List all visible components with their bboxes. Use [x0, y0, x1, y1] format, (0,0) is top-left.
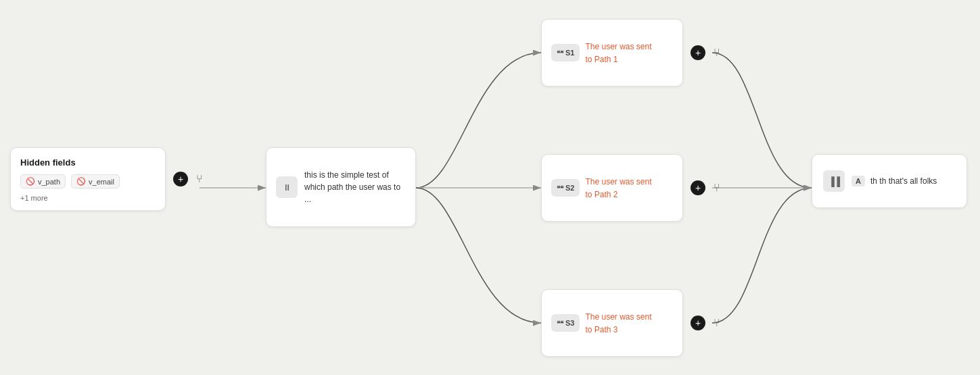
- path3-add-button[interactable]: +: [691, 316, 705, 330]
- path1-badge-label: S1: [565, 49, 574, 57]
- path3-text: The user was sent to Path 3: [585, 310, 651, 336]
- condition-text: this is the simple test of which path th…: [304, 169, 406, 205]
- path3-badge: ❝❝ S3: [551, 314, 580, 332]
- field-badge-vpath: 🚫 v_path: [20, 174, 66, 189]
- path2-text: The user was sent to Path 2: [585, 175, 651, 201]
- path3-badge-label: S3: [565, 319, 574, 327]
- field-vpath-label: v_path: [38, 178, 60, 186]
- path3-quote-icon: ❝❝: [557, 320, 563, 327]
- hidden-fields-node: Hidden fields 🚫 v_path 🚫 v_email +1 more…: [10, 147, 166, 211]
- path3-node: ❝❝ S3 The user was sent to Path 3 + ⑂: [541, 289, 683, 357]
- path1-add-button[interactable]: +: [691, 45, 705, 60]
- path1-node: ❝❝ S1 The user was sent to Path 1 + ⑂: [541, 19, 683, 86]
- eye-slash-icon-1: 🚫: [26, 177, 35, 186]
- path2-badge-label: S2: [565, 184, 574, 192]
- path2-quote-icon: ❝❝: [557, 184, 563, 192]
- path2-badge: ❝❝ S2: [551, 179, 580, 197]
- final-content: A th th that's all folks: [851, 176, 937, 186]
- condition-icon: ⏸: [276, 176, 298, 198]
- hidden-fields-branch-icon: ⑂: [196, 173, 203, 185]
- path3-content: ❝❝ S3 The user was sent to Path 3: [551, 310, 673, 336]
- final-badge: A: [851, 176, 865, 186]
- final-icon: ▐▐: [823, 170, 845, 192]
- pause-icon: ⏸: [283, 182, 291, 193]
- eye-slash-icon-2: 🚫: [76, 177, 86, 186]
- final-bars-icon: ▐▐: [829, 176, 839, 186]
- hidden-fields-title: Hidden fields: [20, 157, 156, 168]
- path3-text-content: The user was sent to Path 3: [585, 312, 651, 334]
- path2-content: ❝❝ S2 The user was sent to Path 2: [551, 175, 673, 201]
- path1-content: ❝❝ S1 The user was sent to Path 1: [551, 40, 673, 66]
- fields-row: 🚫 v_path 🚫 v_email: [20, 174, 156, 189]
- path2-node: ❝❝ S2 The user was sent to Path 2 + ⑂: [541, 154, 683, 222]
- field-vemail-label: v_email: [89, 178, 114, 186]
- field-badge-vemail: 🚫 v_email: [71, 174, 120, 189]
- flow-canvas: Hidden fields 🚫 v_path 🚫 v_email +1 more…: [0, 0, 980, 375]
- path1-quote-icon: ❝❝: [557, 49, 563, 57]
- path2-add-button[interactable]: +: [691, 180, 705, 195]
- path3-branch-icon: ⑂: [714, 317, 720, 329]
- path1-text-content: The user was sent to Path 1: [585, 42, 651, 64]
- path1-branch-icon: ⑂: [714, 47, 720, 59]
- path2-text-content: The user was sent to Path 2: [585, 177, 651, 199]
- path1-text: The user was sent to Path 1: [585, 40, 651, 66]
- final-node: ▐▐ A th th that's all folks: [812, 154, 967, 208]
- hidden-fields-add-button[interactable]: +: [173, 172, 188, 186]
- more-link: +1 more: [20, 194, 156, 202]
- path1-badge: ❝❝ S1: [551, 44, 580, 61]
- condition-node: ⏸ this is the simple test of which path …: [266, 147, 416, 227]
- path2-branch-icon: ⑂: [714, 182, 720, 194]
- final-text: th th that's all folks: [870, 176, 937, 186]
